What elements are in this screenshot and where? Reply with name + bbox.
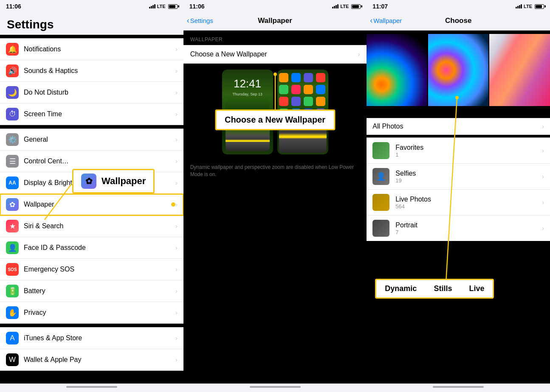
settings-item-wallpaper[interactable]: ✿ Wallpaper › — [0, 194, 183, 216]
screentime-chevron: › — [175, 111, 178, 118]
notifications-label: Notifications — [24, 45, 175, 53]
live-thumb — [489, 34, 550, 106]
choose-wallpaper-chevron: › — [358, 51, 360, 58]
settings-item-itunes[interactable]: A iTunes & App Store › — [0, 328, 183, 349]
settings-section-1: 🔔 Notifications › 🔊 Sounds & Haptics › 🌙… — [0, 38, 183, 125]
itunes-chevron: › — [175, 335, 178, 342]
emergencysos-label: Emergency SOS — [24, 266, 175, 273]
time-display-1: 11:06 — [6, 3, 21, 10]
wallpaper-nav-title: Wallpaper — [258, 17, 292, 25]
sounds-chevron: › — [175, 67, 178, 74]
itunes-icon: A — [6, 332, 19, 344]
settings-item-battery[interactable]: 🔋 Battery › — [0, 280, 183, 302]
notifications-chevron: › — [175, 46, 178, 53]
settings-item-general[interactable]: ⚙️ General › — [0, 129, 183, 151]
itunes-label: iTunes & App Store — [24, 334, 175, 342]
settings-scroll[interactable]: 🔔 Notifications › 🔊 Sounds & Haptics › 🌙… — [0, 35, 183, 384]
category-favorites[interactable]: Favorites 1 › — [367, 138, 550, 164]
battery-settings-icon: 🔋 — [6, 285, 19, 297]
wallpaper-scroll[interactable]: WALLPAPER Choose a New Wallpaper › 12:41… — [183, 31, 367, 384]
status-bar-1: 11:06 LTE — [0, 0, 183, 12]
wallpaper-dot — [171, 202, 175, 207]
settings-section-3: A iTunes & App Store › W Wallet & Apple … — [0, 327, 183, 371]
home-indicator-1 — [0, 384, 183, 392]
controlcenter-label: Control Cent… — [24, 157, 175, 165]
dynamic-thumb — [367, 34, 427, 106]
status-icons-1: LTE — [149, 4, 178, 9]
portrait-thumb — [372, 220, 389, 237]
signal-bars-2 — [332, 4, 338, 8]
faceid-icon: 👤 — [6, 241, 19, 254]
selfies-count: 19 — [395, 177, 542, 184]
settings-item-faceid[interactable]: 👤 Face ID & Passcode › — [0, 237, 183, 259]
choose-panel: 11:07 LTE ‹ Wallpaper Choose — [367, 0, 550, 392]
category-live[interactable]: Live — [489, 34, 550, 115]
signal-bars-3 — [516, 4, 522, 8]
choose-back-button[interactable]: ‹ Wallpaper — [370, 17, 402, 24]
favorites-thumb — [372, 142, 389, 159]
lte-label-1: LTE — [157, 4, 166, 9]
portrait-name: Portrait — [395, 221, 542, 229]
portrait-chevron: › — [542, 225, 544, 232]
portrait-info: Portrait 7 — [395, 221, 542, 235]
choose-nav-title: Choose — [445, 17, 471, 25]
back-arrow-icon: ‹ — [187, 17, 189, 24]
wallpaper-section-header: WALLPAPER — [183, 31, 367, 45]
wallpaper-note: Dynamic wallpaper and perspective zoom a… — [183, 160, 367, 180]
category-livephotos[interactable]: Live Photos 564 › — [367, 190, 550, 216]
settings-item-wallet[interactable]: W Wallet & Apple Pay › — [0, 349, 183, 370]
home-icons-row3 — [279, 97, 327, 106]
general-label: General — [24, 136, 175, 143]
lock-time: 12:41 — [226, 77, 270, 90]
choose-wallpaper-row[interactable]: Choose a New Wallpaper › — [183, 45, 367, 64]
screentime-label: Screen Time — [24, 110, 175, 118]
category-dynamic[interactable]: Dynamic — [367, 34, 427, 115]
controlcenter-chevron: › — [175, 158, 178, 165]
selfies-chevron: › — [542, 173, 544, 180]
general-icon: ⚙️ — [6, 133, 19, 146]
sounds-label: Sounds & Haptics — [24, 67, 175, 75]
time-display-3: 11:07 — [372, 3, 388, 10]
settings-item-privacy[interactable]: ✋ Privacy › — [0, 302, 183, 323]
category-stills[interactable]: Stills — [428, 34, 489, 115]
lte-label-3: LTE — [524, 4, 532, 9]
donotdisturb-label: Do Not Disturb — [24, 89, 175, 96]
sounds-icon: 🔊 — [6, 64, 19, 77]
home-bar-2 — [250, 386, 301, 388]
favorites-name: Favorites — [395, 144, 542, 151]
donotdisturb-icon: 🌙 — [6, 86, 19, 99]
selfies-name: Selfies — [395, 170, 542, 177]
settings-item-notifications[interactable]: 🔔 Notifications › — [0, 39, 183, 60]
category-portrait[interactable]: Portrait 7 › — [367, 216, 550, 241]
status-bar-2: 11:06 LTE — [183, 0, 367, 12]
choose-scroll[interactable]: Dynamic Stills Live All Photos › — [367, 31, 550, 384]
settings-item-screentime[interactable]: ⏱ Screen Time › — [0, 104, 183, 125]
favorites-info: Favorites 1 — [395, 144, 542, 158]
wallpaper-top-categories: Dynamic Stills Live — [367, 34, 550, 115]
settings-title: Settings — [7, 15, 177, 33]
wallpaper-nav: ‹ Settings Wallpaper — [183, 12, 367, 31]
settings-item-emergencysos[interactable]: SOS Emergency SOS › — [0, 259, 183, 280]
settings-item-sounds[interactable]: 🔊 Sounds & Haptics › — [0, 60, 183, 82]
settings-item-donotdisturb[interactable]: 🌙 Do Not Disturb › — [0, 82, 183, 104]
livephotos-thumb — [372, 194, 389, 211]
home-bar-1 — [66, 386, 117, 388]
settings-item-siri[interactable]: ★ Siri & Search › — [0, 216, 183, 237]
home-icons-top — [279, 73, 327, 82]
settings-header: Settings — [0, 12, 183, 35]
choose-back-arrow-icon: ‹ — [370, 17, 372, 24]
category-callout-box: Dynamic Stills Live — [375, 279, 494, 299]
wallpaper-chevron: › — [175, 201, 178, 208]
privacy-label: Privacy — [24, 309, 175, 316]
battery-icon-2 — [351, 4, 361, 9]
wallpaper-back-button[interactable]: ‹ Settings — [187, 17, 213, 24]
privacy-chevron: › — [175, 309, 178, 316]
choose-nav: ‹ Wallpaper Choose — [367, 12, 550, 31]
live-label: Live — [515, 106, 525, 115]
category-selfies[interactable]: 👤 Selfies 19 › — [367, 164, 550, 190]
all-photos-row[interactable]: All Photos › — [367, 118, 550, 135]
siri-chevron: › — [175, 223, 178, 230]
wallet-chevron: › — [175, 356, 178, 363]
emergencysos-icon: SOS — [6, 263, 19, 276]
notifications-icon: 🔔 — [6, 43, 19, 56]
